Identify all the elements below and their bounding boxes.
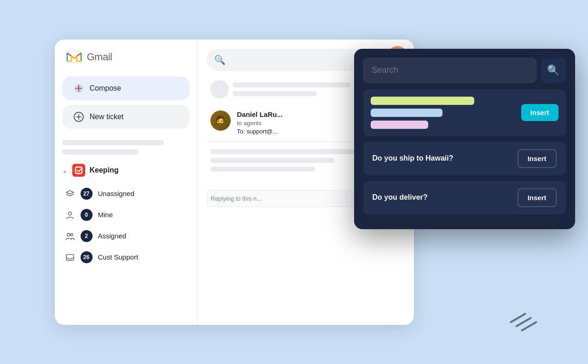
cust-support-badge: 26 <box>81 251 93 263</box>
hawaii-template-text: Do you ship to Hawaii? <box>373 154 454 162</box>
bar-yellow <box>371 97 474 105</box>
app-title: Gmail <box>87 51 112 63</box>
sidebar-item-mine[interactable]: 0 Mine <box>62 205 190 225</box>
template-row-deliver[interactable]: Do you deliver? Insert <box>363 181 566 214</box>
sidebar-item-cust-support[interactable]: 26 Cust Support <box>62 248 190 267</box>
panel-search-icon: 🔍 <box>547 64 559 76</box>
panel-search-input[interactable] <box>363 58 536 83</box>
panel-search-button[interactable]: 🔍 <box>541 58 566 83</box>
skeleton-line-1 <box>62 140 164 145</box>
new-ticket-icon <box>73 111 84 122</box>
svg-rect-7 <box>76 167 82 173</box>
gmail-logo-row: Gmail <box>62 51 190 64</box>
people-icon <box>65 231 75 241</box>
skeleton-email-1 <box>210 149 363 154</box>
bar-pink <box>371 121 428 129</box>
svg-point-8 <box>68 212 71 215</box>
insert-button-hawaii[interactable]: Insert <box>518 149 557 168</box>
inbox-icon <box>65 252 75 262</box>
assigned-badge: 2 <box>81 230 93 242</box>
new-ticket-label: New ticket <box>90 113 124 121</box>
skeleton-email-3 <box>210 167 315 172</box>
new-ticket-button[interactable]: New ticket <box>62 105 190 129</box>
compose-button[interactable]: Compose <box>62 76 190 100</box>
layers-icon <box>65 189 75 199</box>
insert-button-deliver[interactable]: Insert <box>518 188 557 207</box>
keeping-logo-icon <box>72 164 85 177</box>
svg-rect-11 <box>66 254 74 260</box>
gmail-search-icon: 🔍 <box>214 54 226 65</box>
skeleton-line-2 <box>62 149 139 155</box>
skeleton-text-b <box>233 91 317 96</box>
template-row-hawaii[interactable]: Do you ship to Hawaii? Insert <box>363 142 566 175</box>
assigned-label: Assigned <box>98 232 127 240</box>
deliver-template-text: Do you deliver? <box>373 193 428 202</box>
mine-badge: 0 <box>81 209 93 221</box>
gmail-logo-icon <box>66 51 82 64</box>
unassigned-badge: 27 <box>81 188 93 200</box>
keeping-chevron-icon: ⌄ <box>62 167 68 174</box>
insert-button-bars[interactable]: Insert <box>521 104 559 121</box>
skeleton-lines <box>62 140 190 155</box>
keeping-title: Keeping <box>90 166 119 174</box>
sender-avatar: 🧔 <box>210 110 231 131</box>
panel-search-row: 🔍 <box>363 58 566 83</box>
keeping-section: ⌄ Keeping <box>62 164 190 267</box>
deco-lines <box>509 317 538 329</box>
compose-label: Compose <box>90 84 121 92</box>
dark-panel: 🔍 Insert Do you ship to Hawaii? Insert <box>354 49 575 229</box>
svg-point-9 <box>67 233 70 236</box>
reply-text: Replying to this n... <box>211 195 262 202</box>
sidebar-item-assigned[interactable]: 2 Assigned <box>62 226 190 246</box>
sidebar-item-unassigned[interactable]: 27 Unassigned <box>62 184 190 203</box>
person-icon <box>65 210 75 220</box>
svg-point-10 <box>70 233 73 236</box>
nav-list: 27 Unassigned 0 Mine <box>62 184 190 267</box>
template-card-bars-inner: Insert <box>371 97 559 129</box>
template-bars-group <box>371 97 515 129</box>
keeping-header: ⌄ Keeping <box>62 164 190 177</box>
skeleton-avatar-1 <box>210 80 229 98</box>
skeleton-text-a <box>233 82 350 87</box>
gmail-sidebar: Gmail Compose <box>55 40 198 325</box>
template-card-bars: Insert <box>363 89 566 136</box>
mine-label: Mine <box>98 211 113 219</box>
cust-support-label: Cust Support <box>98 253 139 261</box>
bar-blue <box>371 109 443 117</box>
compose-icon <box>73 83 84 94</box>
skeleton-email-2 <box>210 158 334 163</box>
scene: Gmail Compose <box>41 26 547 339</box>
unassigned-label: Unassigned <box>98 190 134 197</box>
